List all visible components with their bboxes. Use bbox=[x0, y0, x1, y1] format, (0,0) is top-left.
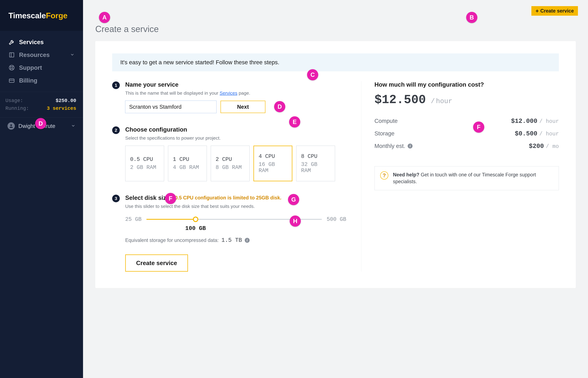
svg-point-3 bbox=[11, 67, 13, 69]
running-value[interactable]: 3 services bbox=[47, 106, 76, 111]
step-2: 2 Choose configuration Select the specif… bbox=[112, 126, 346, 181]
avatar-icon bbox=[8, 122, 15, 130]
credit-card-icon bbox=[8, 77, 15, 84]
annotation-b: B bbox=[466, 12, 477, 23]
card: It's easy to get a new service started! … bbox=[95, 41, 576, 288]
config-ram: 32 GB RAM bbox=[301, 162, 330, 174]
annotation-d-main: D bbox=[274, 101, 285, 112]
create-service-button-header[interactable]: + Create service bbox=[531, 6, 578, 16]
annotation-d-sidebar: D bbox=[35, 118, 46, 129]
services-link[interactable]: Services bbox=[220, 90, 237, 96]
disk-warning: 0.5 CPU configuration is limited to 25GB… bbox=[175, 195, 281, 201]
step-title: Choose configuration bbox=[125, 126, 346, 133]
sidebar-item-label: Billing bbox=[19, 77, 37, 84]
config-cpu: 2 CPU bbox=[216, 156, 245, 162]
topbar: + Create service bbox=[83, 0, 588, 22]
next-button[interactable]: Next bbox=[220, 101, 265, 113]
help-text: Need help? Get in touch with one of our … bbox=[393, 171, 553, 185]
disk-size-slider[interactable]: 25 GB 100 GB 500 GB bbox=[125, 214, 346, 225]
config-ram: 16 GB RAM bbox=[259, 162, 287, 174]
annotation-f-left: F bbox=[165, 193, 176, 204]
sidebar-nav: Services Resources Support bbox=[0, 31, 83, 87]
config-options: 0.5 CPU2 GB RAM1 CPU4 GB RAM2 CPU8 GB RA… bbox=[125, 146, 346, 181]
step-subtitle: This is the name that will be displayed … bbox=[125, 90, 346, 96]
sidebar-item-label: Services bbox=[19, 39, 44, 45]
usage-label: Usage: bbox=[5, 98, 23, 104]
slider-min: 25 GB bbox=[125, 216, 141, 222]
chevron-down-icon bbox=[70, 52, 75, 58]
annotation-g: G bbox=[288, 194, 299, 205]
config-tile[interactable]: 1 CPU4 GB RAM bbox=[168, 146, 207, 181]
config-ram: 2 GB RAM bbox=[130, 164, 159, 171]
cost-line-monthly: Monthly est. i $200/ mo bbox=[374, 140, 559, 153]
sidebar-item-resources[interactable]: Resources bbox=[0, 49, 83, 61]
cost-line-compute: Compute $12.000/ hour bbox=[374, 115, 559, 127]
sidebar-item-label: Support bbox=[19, 64, 42, 71]
cost-total: $12.500 /hour bbox=[374, 93, 559, 107]
config-ram: 8 GB RAM bbox=[216, 164, 245, 171]
create-service-button[interactable]: Create service bbox=[125, 255, 188, 272]
sidebar-item-support[interactable]: Support bbox=[0, 61, 83, 74]
svg-rect-8 bbox=[9, 79, 14, 82]
cost-line-storage: Storage $0.500/ hour bbox=[374, 127, 559, 140]
info-icon[interactable]: i bbox=[245, 238, 250, 243]
step-number-badge: 3 bbox=[112, 195, 120, 202]
slider-value-label: 100 GB bbox=[185, 225, 206, 232]
plus-icon: + bbox=[536, 8, 539, 14]
button-label: Create service bbox=[540, 8, 574, 14]
slider-max: 500 GB bbox=[327, 216, 346, 222]
main: + Create service Create a service It's e… bbox=[83, 0, 588, 378]
sidebar: TimescaleForge Services Resources bbox=[0, 0, 83, 378]
sidebar-item-label: Resources bbox=[19, 52, 50, 58]
wrench-icon bbox=[8, 39, 15, 45]
config-tile[interactable]: 2 CPU8 GB RAM bbox=[211, 146, 250, 181]
lifebuoy-icon bbox=[8, 64, 15, 71]
logo-text-right: Forge bbox=[46, 11, 67, 20]
help-box: ? Need help? Get in touch with one of ou… bbox=[374, 166, 559, 190]
svg-rect-0 bbox=[10, 53, 14, 57]
step-title: Select disk size 0.5 CPU configuration i… bbox=[125, 194, 346, 201]
svg-line-7 bbox=[13, 66, 14, 67]
config-ram: 4 GB RAM bbox=[173, 164, 202, 171]
annotation-e: E bbox=[289, 116, 300, 127]
step-1: 1 Name your service This is the name tha… bbox=[112, 81, 346, 113]
config-cpu: 1 CPU bbox=[173, 156, 202, 162]
step-subtitle: Use this slider to select the disk size … bbox=[125, 204, 346, 209]
config-cpu: 4 CPU bbox=[259, 153, 287, 160]
usage-value: $250.00 bbox=[56, 98, 76, 104]
config-cpu: 8 CPU bbox=[301, 153, 330, 160]
slider-thumb[interactable] bbox=[193, 216, 198, 222]
config-cpu: 0.5 CPU bbox=[130, 156, 159, 162]
sidebar-stats: Usage: $250.00 Running: 3 services bbox=[0, 97, 83, 112]
step-subtitle: Select the specifications to power your … bbox=[125, 135, 346, 141]
chevron-down-icon bbox=[71, 123, 76, 129]
sidebar-item-billing[interactable]: Billing bbox=[0, 74, 83, 87]
config-tile[interactable]: 8 CPU32 GB RAM bbox=[296, 146, 335, 181]
equivalent-storage-row: Equivalent storage for uncompressed data… bbox=[125, 237, 346, 243]
help-icon: ? bbox=[380, 171, 388, 179]
logo: TimescaleForge bbox=[0, 0, 83, 31]
equiv-label: Equivalent storage for uncompressed data… bbox=[125, 237, 218, 243]
config-tile[interactable]: 0.5 CPU2 GB RAM bbox=[125, 146, 164, 181]
page-title: Create a service bbox=[95, 24, 576, 34]
config-tile[interactable]: 4 CPU16 GB RAM bbox=[254, 146, 292, 181]
equiv-value: 1.5 TB bbox=[221, 237, 242, 243]
annotation-c: C bbox=[307, 69, 318, 80]
sidebar-divider bbox=[0, 92, 83, 92]
cost-title: How much will my configuration cost? bbox=[374, 81, 559, 88]
annotation-h: H bbox=[290, 216, 301, 227]
sidebar-item-services[interactable]: Services bbox=[0, 36, 83, 49]
svg-line-4 bbox=[10, 66, 11, 67]
service-name-input[interactable] bbox=[125, 101, 217, 113]
svg-line-5 bbox=[13, 68, 14, 70]
logo-text-left: Timescale bbox=[8, 11, 46, 20]
step-number-badge: 2 bbox=[112, 126, 120, 134]
info-icon[interactable]: i bbox=[408, 144, 412, 148]
svg-line-6 bbox=[10, 68, 11, 70]
step-title: Name your service bbox=[125, 81, 346, 88]
annotation-a: A bbox=[99, 12, 110, 23]
annotation-f-right: F bbox=[473, 122, 484, 133]
total-amount: $12.500 bbox=[374, 93, 426, 107]
running-label: Running: bbox=[5, 106, 29, 111]
info-banner: It's easy to get a new service started! … bbox=[112, 54, 559, 71]
